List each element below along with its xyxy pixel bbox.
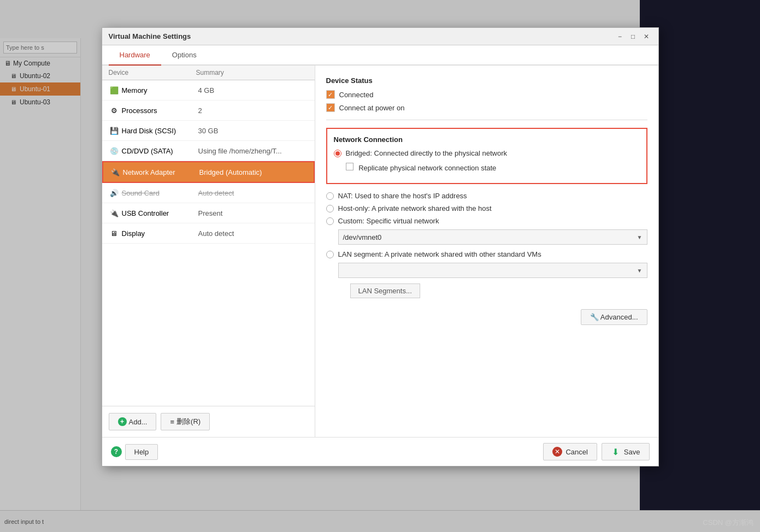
host-only-radio[interactable] xyxy=(326,205,334,212)
advanced-button[interactable]: 🔧 Advanced... xyxy=(581,309,647,325)
cancel-icon: ✕ xyxy=(552,447,562,457)
bridged-radio[interactable] xyxy=(334,150,341,157)
add-icon: + xyxy=(118,417,127,426)
network-connection-title: Network Connection xyxy=(334,135,640,144)
processors-icon: ⚙ xyxy=(109,105,120,116)
device-name-display: Display xyxy=(122,229,198,238)
device-name-cddvd: CD/DVD (SATA) xyxy=(122,147,198,155)
device-row-display[interactable]: 🖥 Display Auto detect xyxy=(102,223,315,244)
col-device-header: Device xyxy=(109,69,196,76)
tab-options[interactable]: Options xyxy=(161,45,208,66)
dialog-minimize-btn[interactable]: − xyxy=(615,31,626,42)
tab-hardware[interactable]: Hardware xyxy=(109,45,161,66)
device-table-header: Device Summary xyxy=(102,66,315,80)
watermark: CSDN @方渐鸿 xyxy=(703,518,753,528)
device-name-harddisk: Hard Disk (SCSI) xyxy=(122,127,198,135)
help-button[interactable]: Help xyxy=(125,444,158,460)
advanced-icon: 🔧 xyxy=(590,313,599,321)
remove-icon: ≡ xyxy=(170,418,174,426)
custom-select[interactable]: /dev/vmnet0 ▼ xyxy=(338,229,647,245)
custom-option[interactable]: Custom: Specific virtual network xyxy=(326,217,647,225)
dialog-overlay: Virtual Machine Settings − □ ✕ Hardware … xyxy=(0,0,760,532)
device-name-soundcard: Sound Card xyxy=(122,189,198,197)
nat-option[interactable]: NAT: Used to share the host's IP address xyxy=(326,192,647,200)
usb-icon: 🔌 xyxy=(109,208,120,218)
display-icon: 🖥 xyxy=(109,228,120,239)
remove-button[interactable]: ≡ 删除(R) xyxy=(161,413,210,430)
device-row-soundcard[interactable]: 🔊 Sound Card Auto detect xyxy=(102,183,315,203)
dialog-footer: ? Help ✕ Cancel ⬇ Save xyxy=(102,437,658,466)
help-icon: ? xyxy=(111,446,122,457)
divider-1 xyxy=(326,120,647,120)
device-summary-display: Auto detect xyxy=(198,229,308,238)
custom-select-value: /dev/vmnet0 xyxy=(343,233,382,241)
lan-select-arrow: ▼ xyxy=(637,268,643,274)
dialog-close-btn[interactable]: ✕ xyxy=(641,31,652,42)
device-row-network-adapter[interactable]: 🔌 Network Adapter Bridged (Automatic) xyxy=(102,161,315,183)
cancel-button[interactable]: ✕ Cancel xyxy=(543,443,597,460)
host-only-option[interactable]: Host-only: A private network shared with… xyxy=(326,204,647,212)
connected-label: Connected xyxy=(339,91,374,99)
dialog-body: Device Summary 🟩 Memory 4 GB ⚙ Processor… xyxy=(102,66,658,437)
custom-select-arrow: ▼ xyxy=(637,234,643,240)
lan-radio[interactable] xyxy=(326,251,334,258)
bridged-label: Bridged: Connected directly to the physi… xyxy=(346,149,508,157)
device-row-cddvd[interactable]: 💿 CD/DVD (SATA) Using file /home/zheng/T… xyxy=(102,141,315,161)
device-panel-footer: + Add... ≡ 删除(R) xyxy=(102,406,315,437)
power-on-checkbox[interactable]: ✓ xyxy=(326,103,335,112)
connected-checkbox-row[interactable]: ✓ Connected xyxy=(326,90,647,99)
connected-checkbox[interactable]: ✓ xyxy=(326,90,335,99)
device-name-memory: Memory xyxy=(122,86,198,94)
tabs-bar: Hardware Options xyxy=(102,45,658,66)
save-button[interactable]: ⬇ Save xyxy=(602,443,650,460)
device-summary-cddvd: Using file /home/zheng/T... xyxy=(198,147,308,155)
device-row-harddisk[interactable]: 💾 Hard Disk (SCSI) 30 GB xyxy=(102,121,315,141)
device-summary-harddisk: 30 GB xyxy=(198,127,308,135)
col-summary-header: Summary xyxy=(196,69,308,76)
save-icon: ⬇ xyxy=(611,447,621,457)
replicate-label: Replicate physical network connection st… xyxy=(358,164,496,172)
custom-radio[interactable] xyxy=(326,217,334,225)
device-summary-memory: 4 GB xyxy=(198,86,308,94)
soundcard-icon: 🔊 xyxy=(109,187,120,198)
device-status-title: Device Status xyxy=(326,76,647,85)
dialog-title: Virtual Machine Settings xyxy=(109,32,191,40)
host-only-label: Host-only: A private network shared with… xyxy=(338,204,492,212)
network-radio-group: Bridged: Connected directly to the physi… xyxy=(334,149,640,176)
bridged-radio-inner xyxy=(335,151,340,156)
nat-radio[interactable] xyxy=(326,192,334,200)
lan-segments-button[interactable]: LAN Segments... xyxy=(350,283,420,298)
settings-panel: Device Status ✓ Connected ✓ Connect at p… xyxy=(315,66,658,437)
device-summary-network-adapter: Bridged (Automatic) xyxy=(199,168,307,176)
device-summary-soundcard: Auto detect xyxy=(198,189,308,197)
dialog-titlebar: Virtual Machine Settings − □ ✕ xyxy=(102,28,658,45)
device-row-memory[interactable]: 🟩 Memory 4 GB xyxy=(102,80,315,101)
device-row-processors[interactable]: ⚙ Processors 2 xyxy=(102,101,315,121)
replicate-checkbox[interactable] xyxy=(346,163,354,170)
dialog-maximize-btn[interactable]: □ xyxy=(628,31,639,42)
replicate-sub-option[interactable]: Replicate physical network connection st… xyxy=(346,163,640,172)
power-on-checkbox-row[interactable]: ✓ Connect at power on xyxy=(326,103,647,112)
device-name-usb: USB Controller xyxy=(122,209,198,217)
vm-settings-dialog: Virtual Machine Settings − □ ✕ Hardware … xyxy=(102,27,659,466)
device-row-usb[interactable]: 🔌 USB Controller Present xyxy=(102,203,315,223)
custom-select-row: /dev/vmnet0 ▼ xyxy=(338,229,647,245)
bridged-option[interactable]: Bridged: Connected directly to the physi… xyxy=(334,149,640,157)
footer-right: ✕ Cancel ⬇ Save xyxy=(543,443,649,460)
device-summary-usb: Present xyxy=(198,209,308,217)
device-table: Device Summary 🟩 Memory 4 GB ⚙ Processor… xyxy=(102,66,315,406)
device-summary-processors: 2 xyxy=(198,107,308,115)
lan-option[interactable]: LAN segment: A private network shared wi… xyxy=(326,250,647,258)
lan-select[interactable]: ▼ xyxy=(338,263,647,278)
cddvd-icon: 💿 xyxy=(109,145,120,156)
add-button[interactable]: + Add... xyxy=(109,413,157,430)
network-adapter-icon: 🔌 xyxy=(110,167,121,178)
network-connection-box: Network Connection Bridged: Connected di… xyxy=(326,128,647,184)
nat-label: NAT: Used to share the host's IP address xyxy=(338,192,467,200)
lan-label: LAN segment: A private network shared wi… xyxy=(338,250,541,258)
custom-label: Custom: Specific virtual network xyxy=(338,217,439,225)
device-name-processors: Processors xyxy=(122,107,198,115)
lan-select-row: ▼ xyxy=(338,263,647,278)
dialog-controls: − □ ✕ xyxy=(615,31,652,42)
power-on-label: Connect at power on xyxy=(339,104,405,112)
